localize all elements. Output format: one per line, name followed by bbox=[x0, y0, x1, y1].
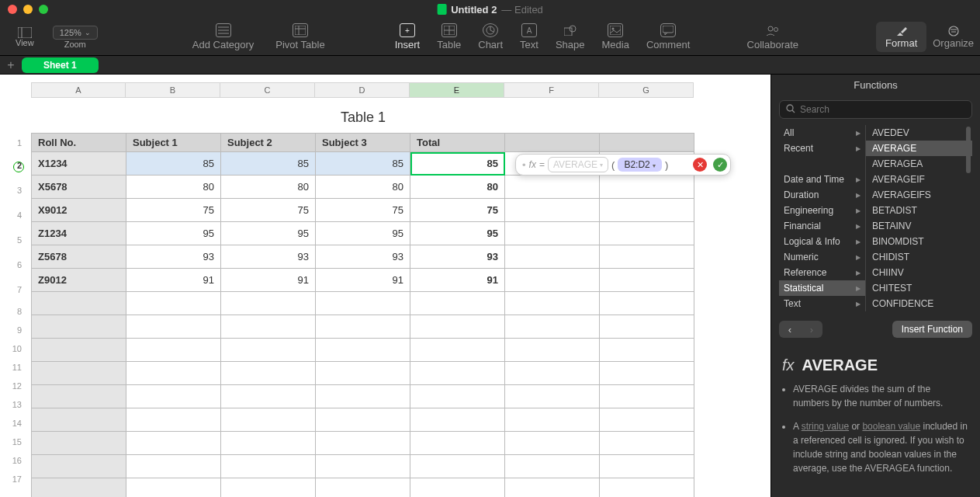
cell[interactable]: 85 bbox=[221, 152, 316, 176]
cell[interactable] bbox=[221, 432, 316, 455]
cell[interactable]: 75 bbox=[221, 199, 316, 222]
table-title[interactable]: Table 1 bbox=[31, 109, 695, 126]
cancel-formula-button[interactable]: ✕ bbox=[693, 158, 707, 172]
cell[interactable] bbox=[600, 292, 694, 315]
function-item[interactable]: CHIINV bbox=[866, 265, 972, 280]
cell[interactable]: 93 bbox=[126, 245, 221, 269]
category-list[interactable]: All▶Recent▶Date and Time▶Duration▶Engine… bbox=[779, 125, 866, 311]
category-item[interactable]: All▶ bbox=[779, 125, 865, 141]
th-total[interactable]: Total bbox=[410, 134, 505, 152]
cell[interactable]: 75 bbox=[126, 199, 221, 222]
minimize-window-button[interactable] bbox=[23, 5, 33, 14]
cell[interactable] bbox=[316, 432, 410, 455]
cell[interactable] bbox=[32, 315, 126, 339]
row-num-16[interactable]: 16 bbox=[8, 451, 25, 470]
row-num-7[interactable]: 7 bbox=[8, 277, 25, 302]
category-item[interactable]: Duration▶ bbox=[779, 187, 865, 203]
row-num-3[interactable]: 3 bbox=[8, 178, 25, 203]
cell[interactable]: 80 bbox=[221, 176, 316, 199]
zoom-control[interactable]: 125% ⌄ Zoom bbox=[43, 26, 107, 49]
cell[interactable]: 95 bbox=[221, 222, 316, 245]
cell[interactable] bbox=[126, 455, 221, 478]
pivot-table-button[interactable]: Pivot Table bbox=[275, 23, 324, 50]
cell-total[interactable]: 93 bbox=[410, 245, 505, 269]
cell[interactable] bbox=[505, 269, 600, 292]
cell[interactable] bbox=[126, 362, 221, 385]
close-window-button[interactable] bbox=[8, 5, 17, 14]
row-num-13[interactable]: 13 bbox=[8, 395, 25, 414]
th-subject2[interactable]: Subject 2 bbox=[221, 134, 316, 152]
cell-total[interactable]: 91 bbox=[410, 269, 505, 292]
cell[interactable] bbox=[410, 315, 505, 339]
cell[interactable] bbox=[505, 199, 600, 222]
category-item[interactable]: Numeric▶ bbox=[779, 249, 865, 265]
row-num-17[interactable]: 17 bbox=[8, 470, 25, 488]
cell-roll[interactable]: Z1234 bbox=[32, 222, 126, 245]
col-header-e[interactable]: E bbox=[410, 82, 504, 98]
cell[interactable] bbox=[505, 385, 600, 408]
insert-function-button[interactable]: Insert Function bbox=[892, 321, 972, 338]
cell[interactable] bbox=[221, 315, 316, 339]
cell[interactable] bbox=[505, 432, 600, 455]
boolean-value-link[interactable]: boolean value bbox=[862, 421, 920, 432]
cell-roll[interactable]: Z5678 bbox=[32, 245, 126, 269]
cell[interactable] bbox=[316, 478, 410, 498]
cell[interactable] bbox=[316, 292, 410, 315]
row-num-9[interactable]: 9 bbox=[8, 321, 25, 339]
cell[interactable] bbox=[32, 432, 126, 455]
cell[interactable]: 91 bbox=[126, 269, 221, 292]
cell[interactable] bbox=[505, 408, 600, 432]
cell[interactable] bbox=[505, 245, 600, 269]
cell-total[interactable]: 95 bbox=[410, 222, 505, 245]
formula-range-token[interactable]: B2:D2 ▾ bbox=[618, 158, 662, 172]
function-item[interactable]: AVERAGEA bbox=[866, 156, 972, 172]
cell[interactable] bbox=[32, 478, 126, 498]
row-num-15[interactable]: 15 bbox=[8, 433, 25, 451]
cell[interactable] bbox=[410, 478, 505, 498]
cell[interactable] bbox=[600, 176, 694, 199]
cell[interactable] bbox=[126, 385, 221, 408]
format-button[interactable]: Format bbox=[876, 22, 926, 52]
cell-roll[interactable]: X9012 bbox=[32, 199, 126, 222]
function-item[interactable]: AVERAGE bbox=[866, 141, 972, 156]
add-category-button[interactable]: Add Category bbox=[192, 23, 255, 50]
cell[interactable]: 93 bbox=[221, 245, 316, 269]
row-num-6[interactable]: 6 bbox=[8, 252, 25, 277]
chart-button[interactable]: Chart bbox=[478, 23, 503, 50]
function-item[interactable]: AVERAGEIF bbox=[866, 172, 972, 187]
cell[interactable] bbox=[126, 408, 221, 432]
cell[interactable] bbox=[126, 432, 221, 455]
function-item[interactable]: CONFIDENCE bbox=[866, 296, 972, 311]
cell[interactable] bbox=[126, 339, 221, 362]
category-item[interactable]: Logical & Info▶ bbox=[779, 234, 865, 249]
category-item[interactable]: Engineering▶ bbox=[779, 203, 865, 218]
row-num-10[interactable]: 10 bbox=[8, 339, 25, 358]
cell[interactable] bbox=[600, 269, 694, 292]
cell[interactable] bbox=[600, 478, 694, 498]
row-num-4[interactable]: 4 bbox=[8, 203, 25, 228]
nav-back-button[interactable]: ‹ bbox=[779, 321, 801, 338]
cell-roll[interactable]: X1234 bbox=[32, 152, 126, 176]
cell[interactable] bbox=[505, 292, 600, 315]
cell[interactable] bbox=[410, 362, 505, 385]
cell[interactable]: 75 bbox=[316, 199, 410, 222]
category-item[interactable]: Text▶ bbox=[779, 296, 865, 311]
table-button[interactable]: Table bbox=[437, 23, 461, 50]
category-item[interactable]: Date and Time▶ bbox=[779, 172, 865, 187]
cell[interactable] bbox=[600, 455, 694, 478]
cell[interactable] bbox=[410, 455, 505, 478]
cell[interactable]: 95 bbox=[126, 222, 221, 245]
col-header-b[interactable]: B bbox=[126, 82, 220, 98]
text-button[interactable]: A Text bbox=[520, 23, 538, 50]
cell[interactable] bbox=[505, 339, 600, 362]
cell[interactable] bbox=[505, 362, 600, 385]
cell-roll[interactable]: X5678 bbox=[32, 176, 126, 199]
cell[interactable] bbox=[316, 385, 410, 408]
function-item[interactable]: CHITEST bbox=[866, 280, 972, 296]
cell[interactable] bbox=[600, 222, 694, 245]
th-subject1[interactable]: Subject 1 bbox=[126, 134, 221, 152]
row-num-12[interactable]: 12 bbox=[8, 377, 25, 395]
row-num-8[interactable]: 8 bbox=[8, 302, 25, 321]
col-header-f[interactable]: F bbox=[504, 82, 599, 98]
formula-editor[interactable]: • fx = AVERAGE ▾ ( B2:D2 ▾ ) ✕ ✓ bbox=[515, 154, 731, 176]
